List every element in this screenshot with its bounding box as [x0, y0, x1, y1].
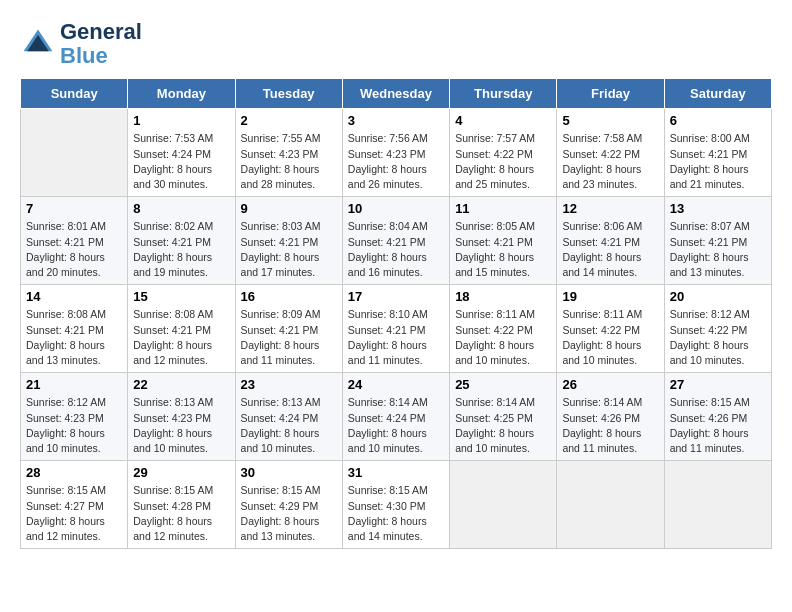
cell-info: Sunrise: 8:08 AMSunset: 4:21 PMDaylight:… — [26, 307, 122, 368]
weekday-header-friday: Friday — [557, 79, 664, 109]
calendar-cell — [557, 461, 664, 549]
cell-info: Sunrise: 8:14 AMSunset: 4:26 PMDaylight:… — [562, 395, 658, 456]
calendar-cell: 13Sunrise: 8:07 AMSunset: 4:21 PMDayligh… — [664, 197, 771, 285]
cell-info: Sunrise: 7:53 AMSunset: 4:24 PMDaylight:… — [133, 131, 229, 192]
calendar-cell: 2Sunrise: 7:55 AMSunset: 4:23 PMDaylight… — [235, 109, 342, 197]
calendar-cell: 12Sunrise: 8:06 AMSunset: 4:21 PMDayligh… — [557, 197, 664, 285]
cell-info: Sunrise: 8:15 AMSunset: 4:30 PMDaylight:… — [348, 483, 444, 544]
calendar-cell — [664, 461, 771, 549]
day-number: 9 — [241, 201, 337, 216]
day-number: 2 — [241, 113, 337, 128]
day-number: 10 — [348, 201, 444, 216]
weekday-header-tuesday: Tuesday — [235, 79, 342, 109]
day-number: 31 — [348, 465, 444, 480]
cell-info: Sunrise: 8:13 AMSunset: 4:24 PMDaylight:… — [241, 395, 337, 456]
day-number: 16 — [241, 289, 337, 304]
cell-info: Sunrise: 7:56 AMSunset: 4:23 PMDaylight:… — [348, 131, 444, 192]
calendar-cell: 8Sunrise: 8:02 AMSunset: 4:21 PMDaylight… — [128, 197, 235, 285]
calendar-cell: 11Sunrise: 8:05 AMSunset: 4:21 PMDayligh… — [450, 197, 557, 285]
day-number: 1 — [133, 113, 229, 128]
calendar-cell: 23Sunrise: 8:13 AMSunset: 4:24 PMDayligh… — [235, 373, 342, 461]
day-number: 21 — [26, 377, 122, 392]
day-number: 19 — [562, 289, 658, 304]
day-number: 22 — [133, 377, 229, 392]
weekday-header-sunday: Sunday — [21, 79, 128, 109]
cell-info: Sunrise: 7:58 AMSunset: 4:22 PMDaylight:… — [562, 131, 658, 192]
cell-info: Sunrise: 8:13 AMSunset: 4:23 PMDaylight:… — [133, 395, 229, 456]
logo: General Blue — [20, 20, 142, 68]
cell-info: Sunrise: 8:15 AMSunset: 4:27 PMDaylight:… — [26, 483, 122, 544]
weekday-header-wednesday: Wednesday — [342, 79, 449, 109]
logo-icon — [20, 26, 56, 62]
day-number: 15 — [133, 289, 229, 304]
calendar-cell: 5Sunrise: 7:58 AMSunset: 4:22 PMDaylight… — [557, 109, 664, 197]
cell-info: Sunrise: 8:15 AMSunset: 4:28 PMDaylight:… — [133, 483, 229, 544]
calendar-cell: 9Sunrise: 8:03 AMSunset: 4:21 PMDaylight… — [235, 197, 342, 285]
calendar-cell: 26Sunrise: 8:14 AMSunset: 4:26 PMDayligh… — [557, 373, 664, 461]
cell-info: Sunrise: 8:02 AMSunset: 4:21 PMDaylight:… — [133, 219, 229, 280]
day-number: 30 — [241, 465, 337, 480]
cell-info: Sunrise: 8:11 AMSunset: 4:22 PMDaylight:… — [455, 307, 551, 368]
cell-info: Sunrise: 8:03 AMSunset: 4:21 PMDaylight:… — [241, 219, 337, 280]
logo-text: General Blue — [60, 20, 142, 68]
day-number: 5 — [562, 113, 658, 128]
calendar-cell: 6Sunrise: 8:00 AMSunset: 4:21 PMDaylight… — [664, 109, 771, 197]
calendar-cell — [450, 461, 557, 549]
day-number: 25 — [455, 377, 551, 392]
day-number: 13 — [670, 201, 766, 216]
calendar-cell: 24Sunrise: 8:14 AMSunset: 4:24 PMDayligh… — [342, 373, 449, 461]
day-number: 14 — [26, 289, 122, 304]
day-number: 23 — [241, 377, 337, 392]
day-number: 24 — [348, 377, 444, 392]
cell-info: Sunrise: 8:12 AMSunset: 4:23 PMDaylight:… — [26, 395, 122, 456]
day-number: 28 — [26, 465, 122, 480]
weekday-header-saturday: Saturday — [664, 79, 771, 109]
calendar-cell: 30Sunrise: 8:15 AMSunset: 4:29 PMDayligh… — [235, 461, 342, 549]
cell-info: Sunrise: 8:06 AMSunset: 4:21 PMDaylight:… — [562, 219, 658, 280]
cell-info: Sunrise: 8:09 AMSunset: 4:21 PMDaylight:… — [241, 307, 337, 368]
calendar-cell: 10Sunrise: 8:04 AMSunset: 4:21 PMDayligh… — [342, 197, 449, 285]
calendar-cell: 19Sunrise: 8:11 AMSunset: 4:22 PMDayligh… — [557, 285, 664, 373]
day-number: 11 — [455, 201, 551, 216]
calendar-cell: 17Sunrise: 8:10 AMSunset: 4:21 PMDayligh… — [342, 285, 449, 373]
calendar-cell: 28Sunrise: 8:15 AMSunset: 4:27 PMDayligh… — [21, 461, 128, 549]
calendar-cell: 25Sunrise: 8:14 AMSunset: 4:25 PMDayligh… — [450, 373, 557, 461]
cell-info: Sunrise: 8:01 AMSunset: 4:21 PMDaylight:… — [26, 219, 122, 280]
day-number: 6 — [670, 113, 766, 128]
day-number: 29 — [133, 465, 229, 480]
calendar-cell: 20Sunrise: 8:12 AMSunset: 4:22 PMDayligh… — [664, 285, 771, 373]
day-number: 4 — [455, 113, 551, 128]
weekday-header-monday: Monday — [128, 79, 235, 109]
calendar-table: SundayMondayTuesdayWednesdayThursdayFrid… — [20, 78, 772, 549]
cell-info: Sunrise: 8:14 AMSunset: 4:24 PMDaylight:… — [348, 395, 444, 456]
calendar-cell: 1Sunrise: 7:53 AMSunset: 4:24 PMDaylight… — [128, 109, 235, 197]
day-number: 7 — [26, 201, 122, 216]
page-header: General Blue — [20, 20, 772, 68]
cell-info: Sunrise: 8:08 AMSunset: 4:21 PMDaylight:… — [133, 307, 229, 368]
calendar-cell: 18Sunrise: 8:11 AMSunset: 4:22 PMDayligh… — [450, 285, 557, 373]
cell-info: Sunrise: 8:04 AMSunset: 4:21 PMDaylight:… — [348, 219, 444, 280]
day-number: 26 — [562, 377, 658, 392]
calendar-cell: 16Sunrise: 8:09 AMSunset: 4:21 PMDayligh… — [235, 285, 342, 373]
calendar-cell — [21, 109, 128, 197]
calendar-cell: 21Sunrise: 8:12 AMSunset: 4:23 PMDayligh… — [21, 373, 128, 461]
weekday-header-thursday: Thursday — [450, 79, 557, 109]
calendar-cell: 4Sunrise: 7:57 AMSunset: 4:22 PMDaylight… — [450, 109, 557, 197]
day-number: 3 — [348, 113, 444, 128]
cell-info: Sunrise: 7:57 AMSunset: 4:22 PMDaylight:… — [455, 131, 551, 192]
cell-info: Sunrise: 7:55 AMSunset: 4:23 PMDaylight:… — [241, 131, 337, 192]
calendar-cell: 22Sunrise: 8:13 AMSunset: 4:23 PMDayligh… — [128, 373, 235, 461]
cell-info: Sunrise: 8:00 AMSunset: 4:21 PMDaylight:… — [670, 131, 766, 192]
day-number: 18 — [455, 289, 551, 304]
calendar-cell: 29Sunrise: 8:15 AMSunset: 4:28 PMDayligh… — [128, 461, 235, 549]
day-number: 27 — [670, 377, 766, 392]
day-number: 20 — [670, 289, 766, 304]
day-number: 8 — [133, 201, 229, 216]
cell-info: Sunrise: 8:12 AMSunset: 4:22 PMDaylight:… — [670, 307, 766, 368]
calendar-cell: 3Sunrise: 7:56 AMSunset: 4:23 PMDaylight… — [342, 109, 449, 197]
cell-info: Sunrise: 8:10 AMSunset: 4:21 PMDaylight:… — [348, 307, 444, 368]
day-number: 17 — [348, 289, 444, 304]
calendar-cell: 7Sunrise: 8:01 AMSunset: 4:21 PMDaylight… — [21, 197, 128, 285]
day-number: 12 — [562, 201, 658, 216]
cell-info: Sunrise: 8:05 AMSunset: 4:21 PMDaylight:… — [455, 219, 551, 280]
